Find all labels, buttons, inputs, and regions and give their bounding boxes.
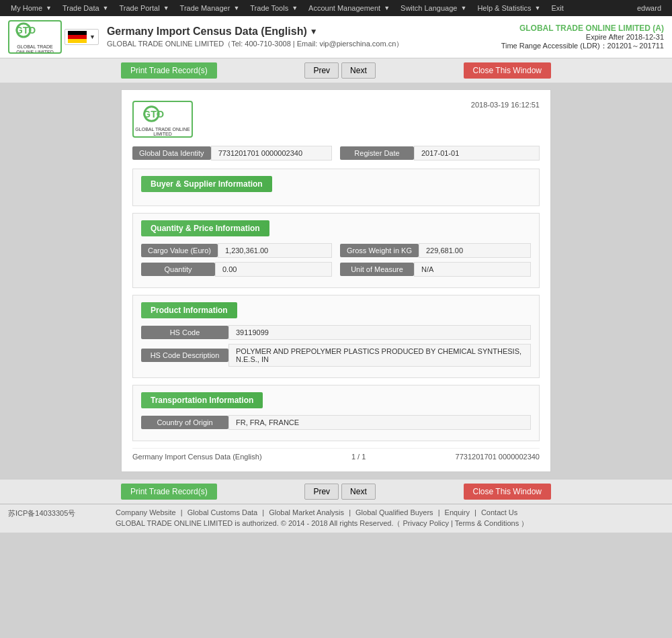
product-section: Product Information HS Code 39119099 HS …: [132, 295, 540, 378]
hs-description-value: POLYMER AND PREPOLYMER PLASTICS PRODUCED…: [228, 344, 531, 367]
trade-manager-arrow: ▼: [233, 5, 239, 11]
quantity-price-header: Quantity & Price Information: [141, 220, 269, 236]
hs-description-row: HS Code Description POLYMER AND PREPOLYM…: [141, 344, 531, 367]
footer-link-customs[interactable]: Global Customs Data: [187, 508, 258, 516]
cargo-value-field: Cargo Value (Euro) 1,230,361.00: [141, 243, 332, 258]
footer-copyright: GLOBAL TRADE ONLINE LIMITED is authorize…: [116, 518, 664, 529]
cargo-value-label: Cargo Value (Euro): [141, 244, 218, 257]
hs-code-value: 39119099: [228, 325, 531, 340]
nav-trade-tools[interactable]: Trade Tools ▼: [245, 0, 303, 16]
footer-link-company[interactable]: Company Website: [116, 508, 176, 516]
gross-weight-field: Gross Weight in KG 229,681.00: [340, 243, 531, 258]
hs-code-row: HS Code 39119099: [141, 325, 531, 340]
help-stats-arrow: ▼: [534, 5, 540, 11]
account-mgmt-arrow: ▼: [384, 5, 390, 11]
top-navigation: My Home ▼ Trade Data ▼ Trade Portal ▼ Tr…: [0, 0, 672, 16]
logo-sub-text: GLOBAL TRADEONLINE LIMITED: [16, 44, 54, 54]
switch-lang-arrow: ▼: [460, 5, 466, 11]
nav-trade-data[interactable]: Trade Data ▼: [57, 0, 114, 16]
card-timestamp: 2018-03-19 16:12:51: [471, 101, 540, 109]
card-footer: Germany Import Census Data (English) 1 /…: [132, 448, 540, 461]
gross-weight-label: Gross Weight in KG: [340, 244, 419, 257]
footer-link-buyers[interactable]: Global Qualified Buyers: [355, 508, 433, 516]
header-right: GLOBAL TRADE ONLINE LIMITED (A) Expire A…: [501, 24, 664, 51]
quantity-price-row2: Quantity 0.00 Unit of Measure N/A: [141, 262, 531, 277]
header-contact: GLOBAL TRADE ONLINE LIMITED（Tel: 400-710…: [107, 39, 493, 49]
prev-button-top[interactable]: Prev: [304, 62, 339, 79]
record-card: GTO GLOBAL TRADE ONLINE LIMITED 2018-03-…: [121, 89, 551, 472]
country-origin-value: FR, FRA, FRANCE: [228, 415, 531, 430]
trade-data-arrow: ▼: [103, 5, 109, 11]
company-name: GLOBAL TRADE ONLINE LIMITED (A): [501, 24, 664, 33]
unit-measure-label: Unit of Measure: [340, 263, 414, 276]
nav-trade-manager[interactable]: Trade Manager ▼: [175, 0, 245, 16]
register-date-field: Register Date 2017-01-01: [340, 146, 540, 161]
my-home-arrow: ▼: [46, 5, 52, 11]
close-button-top[interactable]: Close This Window: [464, 62, 551, 79]
identity-row: Global Data Identity 7731201701 00000023…: [132, 146, 540, 161]
nav-exit[interactable]: Exit: [546, 0, 569, 16]
prev-button-bottom[interactable]: Prev: [304, 484, 339, 500]
top-action-bar: Print Trade Record(s) Prev Next Close Th…: [0, 58, 672, 83]
flag-selector[interactable]: ▼: [65, 29, 99, 45]
gross-weight-value: 229,681.00: [419, 243, 531, 258]
close-button-bottom[interactable]: Close This Window: [464, 484, 551, 500]
next-button-top[interactable]: Next: [341, 62, 376, 79]
footer-privacy-link[interactable]: Privacy Policy: [403, 519, 449, 527]
quantity-field: Quantity 0.00: [141, 262, 332, 277]
card-logo-sub: GLOBAL TRADE ONLINE LIMITED: [134, 127, 192, 136]
quantity-price-container: Quantity & Price Information Cargo Value…: [132, 213, 540, 288]
next-button-bottom[interactable]: Next: [341, 484, 376, 500]
bottom-action-bar: Print Trade Record(s) Prev Next Close Th…: [0, 479, 672, 504]
cargo-value-value: 1,230,361.00: [218, 243, 332, 258]
title-dropdown-arrow[interactable]: ▼: [310, 27, 318, 36]
identity-field: Global Data Identity 7731201701 00000023…: [132, 146, 332, 161]
nav-trade-portal[interactable]: Trade Portal ▼: [114, 0, 175, 16]
transportation-header: Transportation Information: [141, 392, 263, 408]
nav-account-management[interactable]: Account Management ▼: [303, 0, 395, 16]
print-button-bottom[interactable]: Print Trade Record(s): [121, 484, 217, 500]
header-title-area: Germany Import Census Data (English) ▼ G…: [107, 26, 493, 49]
identity-label: Global Data Identity: [132, 146, 211, 160]
footer-link-enquiry[interactable]: Enquiry: [445, 508, 470, 516]
hs-description-label: HS Code Description: [141, 349, 228, 362]
nav-help-stats[interactable]: Help & Statistics ▼: [472, 0, 546, 16]
trade-tools-arrow: ▼: [292, 5, 298, 11]
register-date-label: Register Date: [340, 146, 414, 160]
logo: GTO GLOBAL TRADEONLINE LIMITED: [8, 20, 62, 54]
footer-link-market[interactable]: Global Market Analysis: [269, 508, 344, 516]
footer-links-area: Company Website | Global Customs Data | …: [116, 508, 664, 529]
nav-buttons-bottom: Prev Next: [304, 484, 375, 500]
card-header: GTO GLOBAL TRADE ONLINE LIMITED 2018-03-…: [132, 101, 540, 138]
nav-buttons-top: Prev Next: [304, 62, 375, 79]
user-label: edward: [632, 4, 667, 12]
nav-my-home[interactable]: My Home ▼: [5, 0, 57, 16]
buyer-supplier-header: Buyer & Supplier Information: [141, 176, 272, 192]
buyer-supplier-container: Buyer & Supplier Information: [132, 169, 540, 206]
trade-portal-arrow: ▼: [163, 5, 169, 11]
logo-area: GTO GLOBAL TRADEONLINE LIMITED ▼: [8, 20, 99, 54]
identity-value: 7731201701 0000002340: [211, 146, 332, 161]
print-button-top[interactable]: Print Trade Record(s): [121, 62, 217, 79]
hs-code-label: HS Code: [141, 326, 228, 339]
nav-switch-language[interactable]: Switch Language ▼: [395, 0, 472, 16]
header-bar: GTO GLOBAL TRADEONLINE LIMITED ▼ Germany…: [0, 16, 672, 58]
footer-link-contact[interactable]: Contact Us: [481, 508, 517, 516]
country-origin-label: Country of Origin: [141, 416, 228, 429]
germany-flag: [68, 31, 87, 43]
country-origin-row: Country of Origin FR, FRA, FRANCE: [141, 415, 531, 430]
svg-text:GTO: GTO: [15, 25, 36, 36]
register-date-value: 2017-01-01: [414, 146, 540, 161]
product-header: Product Information: [141, 302, 237, 318]
expire-date: Expire After 2018-12-31: [501, 33, 664, 41]
footer-links: Company Website | Global Customs Data | …: [116, 508, 664, 516]
quantity-price-row1: Cargo Value (Euro) 1,230,361.00 Gross We…: [141, 243, 531, 258]
footer-bar: 苏ICP备14033305号 Company Website | Global …: [0, 504, 672, 533]
unit-measure-value: N/A: [414, 262, 531, 277]
quantity-price-section: Quantity & Price Information Cargo Value…: [132, 213, 540, 288]
footer-terms-link[interactable]: Terms & Conditions: [455, 519, 519, 527]
svg-text:GTO: GTO: [142, 109, 163, 120]
footer-id: 7731201701 0000002340: [456, 453, 540, 461]
page-title: Germany Import Census Data (English) ▼: [107, 26, 493, 38]
footer-icp: 苏ICP备14033305号: [8, 508, 116, 529]
